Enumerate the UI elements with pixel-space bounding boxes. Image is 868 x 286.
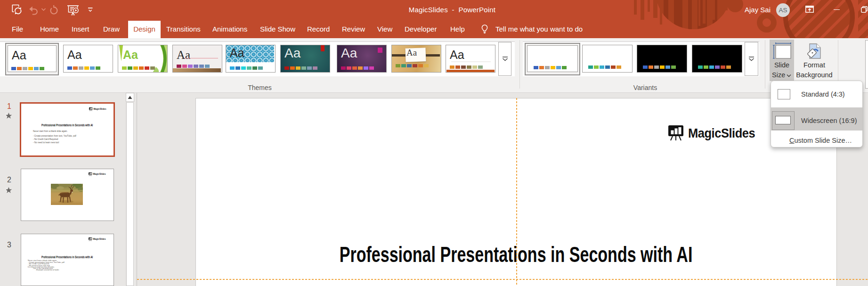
svg-text:MagicSlides: MagicSlides: [93, 107, 106, 110]
svg-text:MagicSlides: MagicSlides: [93, 173, 105, 175]
svg-text:MagicSlides: MagicSlides: [93, 238, 105, 240]
